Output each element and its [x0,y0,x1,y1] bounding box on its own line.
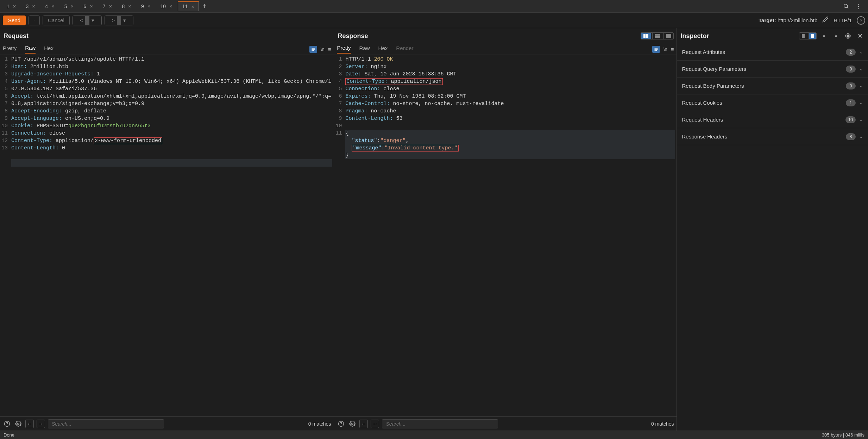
tab-7[interactable]: 7× [98,1,117,11]
tab-11[interactable]: 11× [178,1,199,11]
code-line[interactable]: Connection: close [345,85,675,93]
code-line[interactable]: HTTP/1.1 200 OK [345,56,675,63]
search-next-button[interactable]: → [371,420,379,428]
request-tab-raw[interactable]: Raw [25,45,36,54]
request-editor[interactable]: 12345678910111213 PUT /api/v1/admin/sett… [0,55,334,416]
close-icon[interactable]: × [51,4,55,9]
response-tab-render[interactable]: Render [396,45,413,53]
code-line[interactable]: } [345,152,675,159]
newline-icon[interactable]: \n [321,47,325,52]
edit-target-icon[interactable] [822,16,829,24]
code-line[interactable]: Content-Type: application/x-www-form-url… [11,137,332,144]
search-next-button[interactable]: → [37,420,45,428]
tab-6[interactable]: 6× [79,1,98,11]
search-prev-button[interactable]: ← [359,420,368,428]
inspector-row[interactable]: Request Query Parameters0⌄ [677,61,868,78]
code-line[interactable]: PUT /api/v1/admin/settings/update HTTP/1… [11,56,332,63]
history-prev-button[interactable]: <▾ [73,16,102,25]
settings-button[interactable] [29,16,40,25]
close-icon[interactable]: × [13,4,16,9]
inspector-row-count: 10 [845,116,856,123]
tab-1[interactable]: 1× [2,1,21,11]
inspector-expand-icon[interactable] [819,31,829,41]
inspector-layout-right-icon[interactable] [809,33,816,39]
tab-8[interactable]: 8× [117,1,136,11]
code-line[interactable]: Expires: Thu, 19 Nov 1981 08:52:00 GMT [345,93,675,100]
response-menu-icon[interactable]: ≡ [671,46,674,52]
tab-4[interactable]: 4× [40,1,59,11]
close-icon[interactable]: × [70,4,74,9]
close-icon[interactable]: × [90,4,93,9]
search-icon[interactable] [841,2,850,11]
more-icon[interactable]: ⋮ [854,2,863,11]
request-tab-hex[interactable]: Hex [44,45,54,53]
inspector-row[interactable]: Request Headers10⌄ [677,111,868,128]
code-line[interactable]: Pragma: no-cache [345,107,675,115]
code-line[interactable] [11,159,332,167]
layout-horizontal-icon[interactable] [652,33,662,39]
response-tab-hex[interactable]: Hex [378,45,388,53]
code-line[interactable]: Host: 2million.htb [11,63,332,70]
tab-10[interactable]: 10× [156,1,177,11]
cancel-button[interactable]: Cancel [43,16,70,25]
layout-vertical-icon[interactable] [641,33,651,39]
close-icon[interactable]: × [128,4,131,9]
code-line[interactable] [345,122,675,130]
close-icon[interactable]: × [32,4,35,9]
request-search-input[interactable] [48,419,164,428]
code-line[interactable]: { [345,130,675,137]
code-line[interactable]: Cache-Control: no-store, no-cache, must-… [345,100,675,107]
protocol-label[interactable]: HTTP/1 [834,17,852,23]
code-line[interactable]: Server: nginx [345,63,675,70]
code-line[interactable]: Connection: close [11,130,332,137]
layout-combined-icon[interactable] [663,33,673,39]
code-line[interactable]: Content-Type: application/json [345,78,675,85]
inspector-layout-left-icon[interactable] [799,33,807,39]
help-icon[interactable]: ? [857,16,865,25]
close-icon[interactable]: × [169,4,172,9]
inspector-row[interactable]: Request Attributes2⌄ [677,44,868,61]
code-line[interactable]: Date: Sat, 10 Jun 2023 16:33:36 GMT [345,70,675,78]
code-line[interactable] [11,152,332,159]
wrap-lines-icon[interactable] [309,46,317,53]
request-menu-icon[interactable]: ≡ [328,46,331,52]
app-root: 1×3×4×5×6×7×8×9×10×11× + ⋮ Send Cancel <… [0,0,868,439]
response-tab-raw[interactable]: Raw [359,45,370,53]
send-button[interactable]: Send [3,16,26,25]
response-settings-icon[interactable] [348,420,357,428]
tab-9[interactable]: 9× [137,1,155,11]
tab-5[interactable]: 5× [60,1,78,11]
inspector-row[interactable]: Request Cookies1⌄ [677,94,868,111]
code-line[interactable]: "message":"Invalid content type." [345,144,675,152]
request-settings-icon[interactable] [14,420,23,428]
inspector-collapse-icon[interactable] [831,31,841,41]
code-line[interactable]: User-Agent: Mozilla/5.0 (Windows NT 10.0… [11,78,332,93]
tab-3[interactable]: 3× [21,1,40,11]
search-prev-button[interactable]: ← [25,420,34,428]
code-line[interactable]: Upgrade-Insecure-Requests: 1 [11,70,332,78]
code-line[interactable]: Accept-Encoding: gzip, deflate [11,107,332,115]
close-icon[interactable]: × [191,4,194,9]
inspector-settings-icon[interactable] [843,31,853,41]
response-search-input[interactable] [382,419,498,428]
code-line[interactable]: Cookie: PHPSESSID=q0e2hgnr6fu2mstb7u2qns… [11,122,332,130]
response-tab-pretty[interactable]: Pretty [337,45,351,54]
newline-icon[interactable]: \n [663,47,667,52]
inspector-close-icon[interactable]: ✕ [855,31,864,41]
wrap-lines-icon[interactable] [652,46,660,53]
code-line[interactable]: Accept: text/html,application/xhtml+xml,… [11,93,332,107]
code-line[interactable]: Content-Length: 0 [11,144,332,152]
close-icon[interactable]: × [109,4,112,9]
close-icon[interactable]: × [147,4,151,9]
response-editor[interactable]: 1234567891011 HTTP/1.1 200 OKServer: ngi… [334,55,677,416]
code-line[interactable]: Content-Length: 53 [345,115,675,122]
response-help-icon[interactable] [337,420,345,428]
inspector-row[interactable]: Response Headers8⌄ [677,128,868,145]
code-line[interactable]: "status":"danger", [345,137,675,144]
tab-add-button[interactable]: + [200,1,209,11]
request-help-icon[interactable] [3,420,11,428]
code-line[interactable]: Accept-Language: en-US,en;q=0.9 [11,115,332,122]
history-next-button[interactable]: >▾ [105,16,134,25]
request-tab-pretty[interactable]: Pretty [3,45,17,53]
inspector-row[interactable]: Request Body Parameters0⌄ [677,78,868,94]
